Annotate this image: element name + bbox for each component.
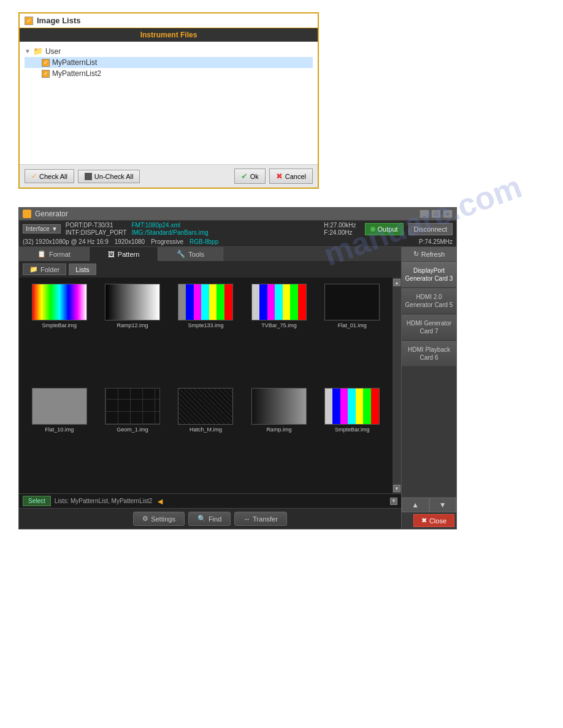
- find-label: Find: [209, 515, 221, 523]
- tab-format[interactable]: 📋 Format: [19, 247, 90, 261]
- close-window-button[interactable]: ×: [443, 210, 453, 218]
- img-label-4: Flat_01.img: [338, 322, 367, 328]
- h-freq: H:27.00kHz: [324, 222, 356, 229]
- port-info-col: PORT:DP-T30/31 INTF:DISPLAY_PORT: [66, 222, 127, 236]
- find-icon: 🔍: [197, 515, 206, 523]
- scroll-down-button[interactable]: ▼: [393, 485, 400, 492]
- main-tabs: 📋 Format 🖼 Pattern 🔧 Tools: [19, 247, 401, 261]
- res-color: RGB-8bpp: [190, 238, 218, 245]
- maximize-button[interactable]: □: [431, 210, 441, 218]
- lists-subtab-label: Lists: [75, 266, 90, 273]
- dialog-title-checkbox[interactable]: ✓: [25, 17, 33, 25]
- card-button-3[interactable]: HDMI Playback Card 6: [402, 341, 456, 367]
- scroll-up-button[interactable]: ▲: [393, 279, 400, 286]
- transfer-button[interactable]: ↔ Transfer: [234, 512, 287, 526]
- top-section: ✓ Image Lists Instrument Files ▼ 📁 User …: [0, 0, 563, 201]
- ok-button[interactable]: ✔ Ok: [234, 169, 266, 184]
- thumb-9: [324, 388, 380, 425]
- subtab-folder[interactable]: 📁 Folder: [23, 264, 66, 275]
- refresh-icon: ↻: [413, 250, 419, 258]
- card-button-0[interactable]: DisplayPort Generator Card 3: [402, 262, 456, 288]
- status-bar: Select Lists: MyPatternList, MyPatternLi…: [19, 493, 401, 508]
- select-button[interactable]: Select: [23, 496, 51, 506]
- tree-item-1[interactable]: ✓ MyPatternList2: [25, 68, 313, 79]
- res-detail: 1920x1080: [115, 238, 145, 245]
- settings-button[interactable]: ⚙ Settings: [133, 512, 185, 526]
- nav-up-button[interactable]: ▲: [402, 498, 429, 512]
- thumb-1: [105, 284, 160, 320]
- ok-icon: ✔: [241, 172, 248, 181]
- uncheck-all-label: Un-Check All: [94, 173, 134, 180]
- disconnect-button[interactable]: Disconnect: [408, 223, 453, 235]
- output-button[interactable]: Output: [365, 223, 404, 235]
- settings-icon: ⚙: [142, 515, 148, 523]
- image-item-6[interactable]: Geom_1.img: [98, 388, 166, 487]
- image-item-9[interactable]: SmpteBar.img: [318, 388, 386, 487]
- nav-down-button[interactable]: ▼: [429, 498, 457, 512]
- image-item-1[interactable]: Ramp12.img: [98, 284, 166, 383]
- card-label-3: HDMI Playback Card 6: [408, 346, 450, 361]
- card-label-1: HDMI 2.0 Generator Card 5: [405, 294, 453, 308]
- user-label: User: [45, 47, 61, 56]
- image-item-3[interactable]: TVBar_75.img: [245, 284, 313, 383]
- refresh-button[interactable]: ↻ Refresh: [402, 247, 456, 262]
- close-label: Close: [429, 517, 446, 525]
- nav-down-icon: ▼: [439, 501, 446, 509]
- folder-icon: 📁: [33, 47, 43, 56]
- image-lists-dialog: ✓ Image Lists Instrument Files ▼ 📁 User …: [18, 12, 319, 189]
- interface-dropdown[interactable]: Interface ▼: [23, 224, 61, 233]
- action-buttons: ⚙ Settings 🔍 Find ↔ Transfer: [19, 508, 401, 529]
- checkbox-1[interactable]: ✓: [42, 70, 50, 78]
- thumb-3: [251, 284, 307, 320]
- resolution-bar: (32) 1920x1080p @ 24 Hz 16:9 1920x1080 P…: [19, 237, 456, 247]
- refresh-label: Refresh: [421, 251, 445, 258]
- intf-info: INTF:DISPLAY_PORT: [66, 229, 127, 236]
- image-item-0[interactable]: SmpteBar.img: [25, 284, 93, 383]
- tab-tools[interactable]: 🔧 Tools: [158, 247, 223, 261]
- check-all-button[interactable]: ✓ Check All: [25, 169, 74, 183]
- image-item-7[interactable]: Hatch_M.img: [172, 388, 240, 487]
- window-controls: _ □ ×: [419, 210, 453, 218]
- image-item-8[interactable]: Ramp.img: [245, 388, 313, 487]
- generator-window: Generator _ □ × Interface ▼ PORT:DP-T30/…: [18, 207, 545, 529]
- img-label-0: SmpteBar.img: [42, 322, 77, 328]
- subtab-lists[interactable]: Lists: [69, 264, 96, 275]
- title-left: Generator: [23, 210, 68, 218]
- tree-item-label-1: MyPatternList2: [52, 69, 101, 78]
- tree-item-label-0: MyPatternList: [52, 58, 97, 67]
- scrollbar[interactable]: ▲ ▼: [393, 278, 401, 493]
- f-freq: F:24.00Hz: [324, 229, 356, 236]
- cancel-button[interactable]: ✖ Cancel: [269, 169, 313, 184]
- interface-label: Interface: [26, 226, 50, 232]
- tab-pattern[interactable]: 🖼 Pattern: [90, 247, 158, 261]
- sub-tabs: 📁 Folder Lists: [19, 261, 401, 278]
- close-button[interactable]: ✖ Close: [413, 514, 454, 527]
- card-button-1[interactable]: HDMI 2.0 Generator Card 5: [402, 288, 456, 314]
- dropdown-arrow-icon: ▼: [52, 226, 58, 232]
- image-item-4[interactable]: Flat_01.img: [318, 284, 386, 383]
- p-freq: P:74.25MHz: [419, 238, 453, 245]
- ok-label: Ok: [250, 173, 259, 180]
- image-item-2[interactable]: Smpte133.img: [172, 284, 240, 383]
- find-button[interactable]: 🔍 Find: [188, 512, 231, 526]
- right-panel: ↻ Refresh DisplayPort Generator Card 3 H…: [401, 247, 456, 529]
- card-button-2[interactable]: HDMI Generator Card 7: [402, 314, 456, 341]
- uncheck-all-button[interactable]: Un-Check All: [78, 170, 140, 183]
- image-item-5[interactable]: Flat_10.img: [25, 388, 93, 487]
- arrow-indicator-icon: ◄: [156, 496, 164, 506]
- tree-item-0[interactable]: ✓ MyPatternList: [25, 57, 313, 68]
- minimize-button[interactable]: _: [419, 210, 429, 218]
- output-indicator: [370, 227, 375, 232]
- uncheck-all-icon: [85, 173, 92, 180]
- img-label-1: Ramp12.img: [117, 322, 148, 328]
- img-label-2: Smpte133.img: [188, 322, 223, 328]
- settings-label: Settings: [151, 515, 175, 523]
- thumb-0: [32, 284, 87, 320]
- cancel-label: Cancel: [285, 173, 306, 180]
- dialog-title-bar: ✓ Image Lists: [20, 13, 318, 28]
- checkbox-0[interactable]: ✓: [42, 59, 50, 67]
- bottom-scroll-button[interactable]: ▼: [390, 498, 397, 505]
- format-tab-icon: 📋: [37, 250, 46, 258]
- pattern-tab-icon: 🖼: [108, 251, 115, 258]
- tree-user-row: ▼ 📁 User: [25, 45, 313, 57]
